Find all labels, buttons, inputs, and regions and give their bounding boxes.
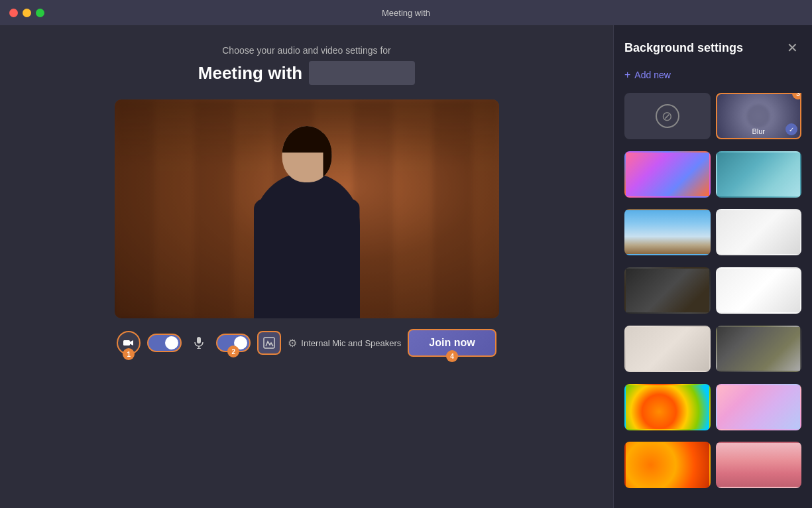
blur-checkmark: ✓ xyxy=(785,123,797,135)
background-blur[interactable]: Blur ✓ xyxy=(716,93,802,139)
mic-button[interactable] xyxy=(188,332,209,353)
add-new-button[interactable]: + Add new xyxy=(624,69,801,81)
badge-2: 2 xyxy=(227,346,239,357)
camera-toggle-badge xyxy=(147,334,182,352)
background-city[interactable] xyxy=(624,209,711,255)
person-body xyxy=(254,172,360,318)
right-panel: Background settings ✕ + Add new ⊘ Blur ✓… xyxy=(613,25,812,508)
meeting-title-blurred xyxy=(309,61,415,85)
effects-badge: 2 xyxy=(216,334,251,352)
background-pastel[interactable] xyxy=(716,384,802,430)
close-background-settings-button[interactable]: ✕ xyxy=(783,38,801,57)
window-title: Meeting with xyxy=(382,8,430,18)
video-preview xyxy=(115,99,499,318)
join-badge: Join now 4 xyxy=(408,329,496,357)
toggle-knob xyxy=(165,336,178,349)
person-preview xyxy=(227,99,386,318)
blur-circle xyxy=(746,104,770,128)
maximize-dot[interactable] xyxy=(36,9,44,17)
window-controls xyxy=(9,9,44,17)
background-bedroom[interactable] xyxy=(624,326,711,372)
svg-rect-0 xyxy=(123,340,130,346)
badge-1: 1 xyxy=(123,348,135,360)
background-blur-wrapper: Blur ✓ 3 xyxy=(716,93,802,146)
none-icon: ⊘ xyxy=(656,104,679,128)
background-white-room[interactable] xyxy=(716,209,802,255)
background-modern-white[interactable] xyxy=(716,267,802,314)
controls-bar: 1 2 xyxy=(110,329,502,357)
background-settings-header: Background settings ✕ xyxy=(624,38,801,57)
background-settings-title: Background settings xyxy=(624,41,743,55)
left-panel: Choose your audio and video settings for… xyxy=(0,25,613,508)
minimize-dot[interactable] xyxy=(23,9,31,17)
main-container: Choose your audio and video settings for… xyxy=(0,25,812,508)
background-balls[interactable] xyxy=(624,384,711,430)
camera-toggle[interactable] xyxy=(147,334,182,352)
svg-rect-1 xyxy=(197,337,201,344)
subtitle: Choose your audio and video settings for xyxy=(222,45,391,56)
background-colorful[interactable] xyxy=(624,151,711,198)
plus-icon: + xyxy=(624,69,630,81)
meeting-title-text: Meeting with xyxy=(198,63,302,84)
person-head xyxy=(282,126,331,182)
background-office-teal[interactable] xyxy=(716,151,802,198)
badge-4: 4 xyxy=(446,350,458,362)
camera-control-badge: 1 xyxy=(117,331,141,355)
background-dark-room[interactable] xyxy=(624,267,711,314)
meeting-title-row: Meeting with xyxy=(198,61,415,85)
audio-label: ⚙ Internal Mic and Speakers xyxy=(288,337,401,349)
background-sunset[interactable] xyxy=(716,442,802,488)
blur-label: Blur xyxy=(752,127,765,135)
background-none[interactable]: ⊘ xyxy=(624,93,711,139)
add-new-label: Add new xyxy=(634,70,670,80)
background-grid: ⊘ Blur ✓ 3 xyxy=(624,93,801,495)
person-hair-side xyxy=(323,129,331,182)
background-orange-balls[interactable] xyxy=(624,442,711,488)
background-glass-office[interactable] xyxy=(716,326,802,372)
close-dot[interactable] xyxy=(9,9,18,17)
effect-icon-button[interactable] xyxy=(257,331,281,355)
audio-device-label: Internal Mic and Speakers xyxy=(301,338,401,348)
titlebar: Meeting with xyxy=(0,0,812,25)
gear-icon: ⚙ xyxy=(288,337,297,349)
